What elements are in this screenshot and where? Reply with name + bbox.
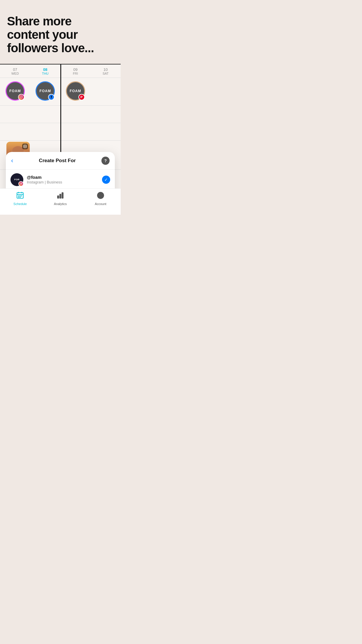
svg-rect-14 [21, 195, 22, 196]
hero-title: Share more content your followers love..… [7, 15, 114, 55]
nav-schedule-label: Schedule [13, 202, 27, 206]
svg-rect-19 [62, 192, 63, 198]
bottom-navigation: Schedule Analytics Account [0, 188, 121, 215]
day-wed[interactable]: 07 WED [0, 67, 30, 75]
svg-point-5 [20, 183, 22, 184]
account-icon [97, 192, 104, 201]
day-thu[interactable]: 08 THU [30, 67, 61, 75]
account-info-instagram: @foam Instagram | Business [23, 175, 102, 184]
account-item-instagram[interactable]: FOR @foam Instagram | Business ✓ [6, 170, 115, 190]
svg-rect-13 [20, 195, 20, 196]
nav-account-label: Account [95, 202, 106, 206]
nav-account[interactable]: Account [80, 192, 121, 206]
svg-rect-16 [20, 197, 20, 197]
calendar-section: 07 WED 08 THU 09 FRI 10 SAT FOAM [0, 64, 121, 192]
modal-title: Create Post For [39, 158, 76, 164]
avatar-circle-3: FOAM P [66, 81, 85, 101]
svg-point-21 [100, 194, 102, 196]
modal-header: ‹ Create Post For ? [6, 152, 115, 170]
account-toggle-instagram[interactable]: ✓ [102, 176, 110, 184]
nav-analytics-label: Analytics [54, 202, 67, 206]
avatar-slot-3: FOAM P [60, 81, 91, 101]
analytics-icon [57, 192, 64, 201]
nav-schedule[interactable]: Schedule [0, 192, 40, 206]
svg-rect-12 [18, 195, 19, 196]
instagram-social-badge [18, 181, 24, 186]
nav-analytics[interactable]: Analytics [40, 192, 80, 206]
avatar-slot-2: FOAM f [30, 81, 61, 101]
svg-rect-0 [24, 145, 27, 148]
instagram-badge-1 [18, 94, 24, 100]
pinterest-badge: P [78, 94, 85, 100]
svg-rect-17 [57, 196, 59, 198]
avatar-slot-1: FOAM [0, 81, 30, 101]
schedule-icon [16, 192, 24, 201]
svg-point-7 [22, 183, 22, 183]
reel-icon [22, 144, 28, 149]
day-sat[interactable]: 10 SAT [91, 67, 121, 75]
header: Share more content your followers love..… [0, 0, 121, 61]
avatar-slot-4 [91, 81, 121, 101]
modal-back-button[interactable]: ‹ [11, 157, 13, 164]
modal-help-button[interactable]: ? [101, 157, 110, 165]
account-avatar-instagram: FOR [10, 173, 23, 186]
day-fri[interactable]: 09 FRI [60, 67, 91, 75]
svg-rect-15 [18, 197, 19, 197]
avatar-circle-2: FOAM f [36, 81, 55, 101]
svg-rect-18 [60, 194, 61, 198]
avatar-circle-1: FOAM [6, 81, 25, 101]
facebook-badge: f [48, 94, 55, 100]
